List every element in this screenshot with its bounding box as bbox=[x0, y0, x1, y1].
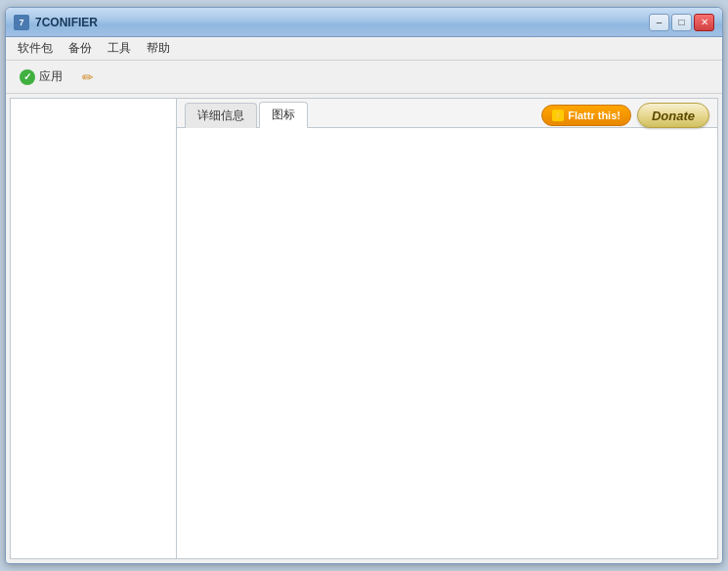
content-area bbox=[177, 128, 717, 558]
main-window: 7 7CONIFIER – □ ✕ 软件包 备份 工具 帮助 ✓ 应用 ✏ bbox=[5, 7, 723, 564]
donate-label: Donate bbox=[652, 109, 695, 123]
apply-button[interactable]: ✓ 应用 bbox=[14, 66, 68, 88]
tab-icon[interactable]: 图标 bbox=[259, 102, 308, 128]
menu-packages[interactable]: 软件包 bbox=[10, 38, 61, 59]
apply-label: 应用 bbox=[39, 68, 63, 85]
donate-button[interactable]: Donate bbox=[637, 103, 709, 128]
menu-help[interactable]: 帮助 bbox=[139, 38, 178, 59]
edit-button[interactable]: ✏ bbox=[74, 66, 102, 88]
toolbar: ✓ 应用 ✏ bbox=[6, 61, 722, 94]
flattr-button[interactable]: ⚡ Flattr this! bbox=[541, 105, 631, 126]
menu-bar: 软件包 备份 工具 帮助 bbox=[6, 37, 722, 61]
menu-tools[interactable]: 工具 bbox=[100, 38, 139, 59]
minimize-button[interactable]: – bbox=[649, 14, 669, 31]
title-buttons: – □ ✕ bbox=[649, 14, 714, 31]
tab-actions: ⚡ Flattr this! Donate bbox=[541, 103, 709, 128]
window-title: 7CONIFIER bbox=[35, 16, 649, 29]
flattr-label: Flattr this! bbox=[568, 110, 621, 121]
title-bar: 7 7CONIFIER – □ ✕ bbox=[6, 8, 722, 37]
tab-details[interactable]: 详细信息 bbox=[185, 103, 257, 128]
pencil-icon: ✏ bbox=[80, 69, 96, 85]
flattr-icon: ⚡ bbox=[552, 110, 564, 121]
main-content: 详细信息 图标 ⚡ Flattr this! Donate bbox=[10, 98, 718, 559]
close-button[interactable]: ✕ bbox=[694, 14, 714, 31]
left-panel bbox=[11, 99, 177, 558]
apply-icon: ✓ bbox=[20, 69, 35, 85]
maximize-button[interactable]: □ bbox=[671, 14, 692, 31]
right-panel: 详细信息 图标 ⚡ Flattr this! Donate bbox=[177, 99, 717, 558]
menu-backup[interactable]: 备份 bbox=[61, 38, 100, 59]
tab-bar: 详细信息 图标 ⚡ Flattr this! Donate bbox=[177, 99, 717, 128]
app-icon: 7 bbox=[14, 15, 29, 30]
